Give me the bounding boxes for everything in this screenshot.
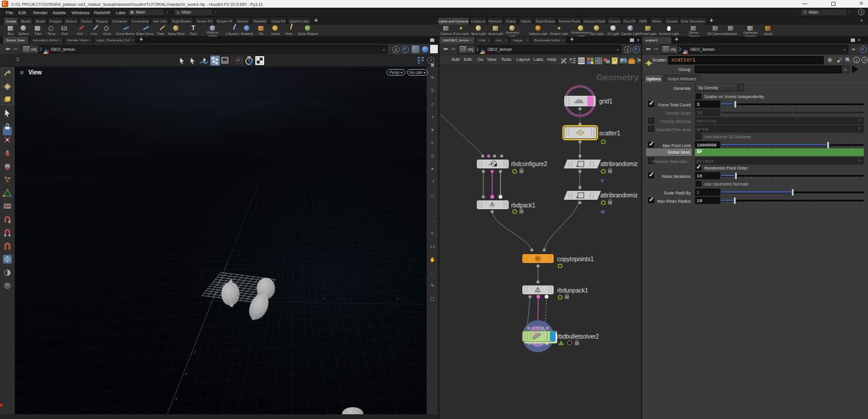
svg-text:rbdconfigure2: rbdconfigure2	[511, 161, 548, 167]
svg-text:v: v	[601, 177, 604, 183]
svg-text:copytopoints1: copytopoints1	[557, 256, 594, 262]
svg-text:10: 10	[322, 297, 326, 300]
svg-text:rbdbulletsolver2: rbdbulletsolver2	[557, 333, 599, 340]
svg-text:scatter1: scatter1	[599, 130, 620, 137]
svg-text:grid1: grid1	[599, 98, 613, 105]
svg-text:rbdpack1: rbdpack1	[511, 202, 536, 209]
svg-text:Geometry: Geometry	[596, 72, 639, 82]
svg-text:w: w	[600, 209, 605, 215]
svg-text:15: 15	[396, 297, 399, 300]
svg-text:rbdunpack1: rbdunpack1	[557, 287, 589, 294]
